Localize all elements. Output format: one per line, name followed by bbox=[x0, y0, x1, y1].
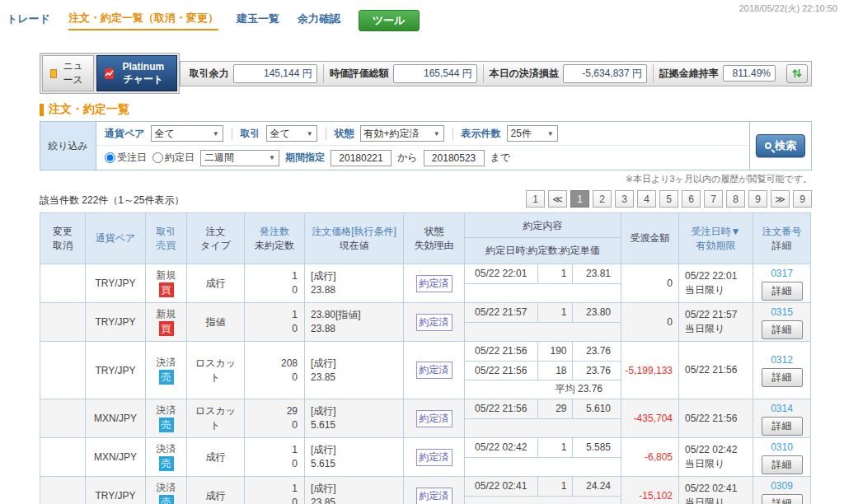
page-number-button[interactable]: 1 bbox=[570, 190, 589, 208]
page-number-button[interactable]: 2 bbox=[593, 190, 612, 208]
modify-cancel-cell bbox=[40, 303, 86, 342]
fill-date-radio[interactable]: 約定日 bbox=[152, 151, 195, 165]
refresh-button[interactable] bbox=[786, 64, 808, 83]
page-number-button[interactable]: 3 bbox=[615, 190, 634, 208]
platinum-chart-button[interactable]: Platinumチャート bbox=[96, 55, 177, 91]
status-select[interactable]: 有効+約定済▼ bbox=[360, 125, 444, 142]
status-badge: 約定済 bbox=[416, 410, 452, 427]
filter-row-1: 通貨ペア 全て▼ 取引 全て▼ 状態 有効+約定済▼ 表示件数 25件▼ bbox=[96, 122, 749, 146]
nav-margin-check[interactable]: 余力確認 bbox=[298, 12, 340, 30]
chevron-down-icon: ▼ bbox=[434, 130, 440, 138]
executions-cell: 05/22 21:56 190 23.76 05/22 21:56 18 23.… bbox=[465, 342, 621, 399]
order-number-link[interactable]: 0317 bbox=[771, 267, 793, 280]
side-badge: 売 bbox=[159, 456, 174, 471]
column-header: 注文価格[執行条件]現在値 bbox=[305, 213, 404, 264]
nav-trade[interactable]: トレード bbox=[7, 12, 50, 30]
detail-button[interactable]: 詳細 bbox=[762, 494, 803, 504]
fill-quantity: 1 bbox=[537, 477, 572, 496]
executions-cell: 05/22 02:41 1 24.24 bbox=[465, 477, 621, 504]
settlement-amount-cell: 0 bbox=[621, 264, 679, 303]
order-date-radio-input[interactable] bbox=[105, 152, 115, 163]
order-datetime-cell: 05/22 21:57当日限り bbox=[679, 303, 753, 342]
filter-panel: 絞り込み 通貨ペア 全て▼ 取引 全て▼ 状態 有効+約定済▼ 表示件数 25件… bbox=[40, 121, 812, 170]
fill-row: 05/22 21:57 1 23.80 bbox=[465, 303, 621, 322]
order-number-link[interactable]: 0315 bbox=[771, 306, 793, 319]
display-count-select[interactable]: 25件▼ bbox=[507, 125, 558, 142]
fill-average bbox=[465, 283, 621, 302]
detail-button[interactable]: 詳細 bbox=[762, 417, 803, 436]
search-icon bbox=[765, 142, 771, 149]
page-last-button[interactable]: 9 bbox=[793, 190, 812, 208]
order-row: TRY/JPY 決済 売 ロスカット 2080 [成行]23.85 約定済 05… bbox=[40, 342, 811, 399]
page-first-button[interactable]: 1 bbox=[526, 190, 545, 208]
period-select[interactable]: 二週間▼ bbox=[200, 150, 279, 166]
side-badge: 買 bbox=[159, 321, 174, 336]
tools-button[interactable]: ツール bbox=[359, 10, 420, 31]
date-to-input[interactable] bbox=[424, 150, 485, 166]
page-number-button[interactable]: 8 bbox=[726, 190, 745, 208]
pagination: 1≪123456789≫9 bbox=[526, 190, 812, 208]
currency-pair-cell: TRY/JPY bbox=[86, 264, 146, 303]
page-number-button[interactable]: 6 bbox=[682, 190, 701, 208]
page-number-button[interactable]: 7 bbox=[704, 190, 723, 208]
settlement-amount-cell: -435,704 bbox=[621, 399, 679, 438]
fill-average-row bbox=[465, 418, 621, 437]
trade-side-cell: 新規 買 bbox=[146, 264, 187, 303]
fill-row: 05/22 21:56 18 23.76 bbox=[465, 361, 621, 380]
order-row: MXN/JPY 決済 売 ロスカット 290 [成行]5.615 約定済 05/… bbox=[40, 399, 811, 438]
order-type-cell: 成行 bbox=[187, 438, 245, 477]
fill-price: 23.80 bbox=[572, 303, 621, 322]
chevron-down-icon: ▼ bbox=[269, 154, 275, 161]
order-number-link[interactable]: 0314 bbox=[771, 402, 793, 415]
order-number-link[interactable]: 0309 bbox=[771, 479, 793, 492]
fill-price: 23.76 bbox=[572, 342, 621, 361]
modify-cancel-cell bbox=[40, 477, 86, 504]
page-prev-button[interactable]: ≪ bbox=[548, 190, 567, 208]
fill-average-row: 平均 23.76 bbox=[465, 380, 621, 399]
refresh-icon bbox=[791, 68, 803, 79]
fill-price: 5.585 bbox=[572, 438, 621, 457]
quantity-cell: 2080 bbox=[245, 342, 305, 399]
order-type-cell: 成行 bbox=[187, 477, 245, 504]
order-number-cell: 0309 詳細 bbox=[753, 477, 811, 504]
page-number-button[interactable]: 5 bbox=[659, 190, 678, 208]
currency-pair-cell: TRY/JPY bbox=[86, 342, 146, 399]
quantity-cell: 10 bbox=[245, 264, 305, 303]
fill-price: 5.610 bbox=[572, 399, 621, 418]
detail-button[interactable]: 詳細 bbox=[762, 320, 803, 339]
col-executions: 約定内容 約定日時:約定数:約定単価 bbox=[465, 213, 621, 264]
detail-button[interactable]: 詳細 bbox=[762, 282, 803, 301]
page-number-button[interactable]: 4 bbox=[637, 190, 656, 208]
status-cell: 約定済 bbox=[404, 264, 465, 303]
header-row: 変更取消通貨ペア取引売買注文タイプ発注数未約定数注文価格[執行条件]現在値状態失… bbox=[40, 213, 811, 264]
search-button[interactable]: 検索 bbox=[756, 134, 805, 157]
nav-positions[interactable]: 建玉一覧 bbox=[237, 12, 279, 30]
date-from-input[interactable] bbox=[331, 150, 392, 166]
price-cell: [成行]5.615 bbox=[305, 399, 404, 438]
currency-pair-select[interactable]: 全て▼ bbox=[151, 125, 223, 142]
order-number-link[interactable]: 0310 bbox=[771, 441, 793, 454]
nav-order-list[interactable]: 注文・約定一覧（取消・変更） bbox=[68, 11, 218, 30]
page-number-button[interactable]: 9 bbox=[748, 190, 767, 208]
order-number-link[interactable]: 0312 bbox=[771, 353, 793, 366]
news-button[interactable]: ニュース bbox=[42, 55, 94, 91]
detail-button[interactable]: 詳細 bbox=[762, 455, 803, 474]
side-badge: 売 bbox=[159, 495, 174, 504]
fill-date-radio-input[interactable] bbox=[152, 152, 163, 163]
trade-type-select[interactable]: 全て▼ bbox=[266, 125, 317, 142]
currency-pair-cell: TRY/JPY bbox=[86, 477, 146, 504]
status-badge: 約定済 bbox=[416, 275, 452, 292]
order-date-radio[interactable]: 受注日 bbox=[105, 151, 147, 165]
side-badge: 買 bbox=[159, 282, 174, 297]
account-item: 時価評価総額 165,544 円 bbox=[323, 64, 483, 83]
page-next-button[interactable]: ≫ bbox=[771, 190, 790, 208]
status-cell: 約定済 bbox=[404, 438, 465, 477]
order-number-cell: 0315 詳細 bbox=[753, 303, 811, 342]
search-cell: 検索 bbox=[750, 122, 811, 170]
order-datetime-cell: 05/22 21:56 bbox=[679, 399, 753, 438]
detail-button[interactable]: 詳細 bbox=[762, 368, 803, 387]
section-title: 注文・約定一覧 bbox=[40, 102, 812, 117]
account-item: 本日の決済損益 -5,634,837 円 bbox=[483, 64, 653, 83]
filter-controls: 通貨ペア 全て▼ 取引 全て▼ 状態 有効+約定済▼ 表示件数 25件▼ 受注日… bbox=[96, 122, 750, 170]
executions-cell: 05/22 21:56 29 5.610 bbox=[465, 399, 621, 438]
